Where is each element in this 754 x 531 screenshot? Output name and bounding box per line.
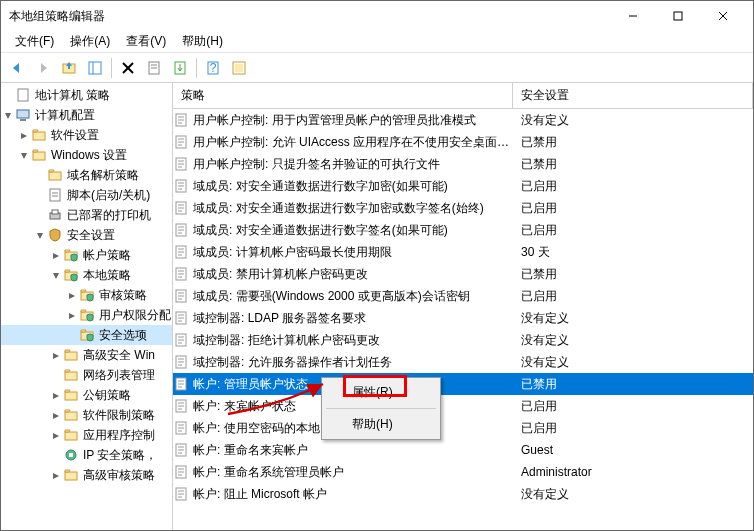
tree-node-label: 域名解析策略 — [65, 167, 139, 184]
help-button[interactable]: ? — [201, 56, 225, 80]
policy-name: 域成员: 对安全通道数据进行数字签名(如果可能) — [193, 222, 513, 239]
svg-rect-21 — [33, 152, 45, 160]
tree-toggle-icon[interactable]: ▸ — [65, 288, 79, 302]
list-row[interactable]: 域成员: 对安全通道数据进行数字签名(如果可能)已启用 — [173, 219, 753, 241]
tree-node[interactable]: 已部署的打印机 — [1, 205, 172, 225]
tree-toggle-icon[interactable]: ▸ — [49, 428, 63, 442]
policy-setting: Administrator — [513, 465, 753, 479]
tree-toggle-icon[interactable]: ▸ — [49, 408, 63, 422]
policy-name: 用户帐户控制: 只提升签名并验证的可执行文件 — [193, 156, 513, 173]
policy-icon — [173, 244, 193, 260]
list-row[interactable]: 域控制器: 允许服务器操作者计划任务没有定义 — [173, 351, 753, 373]
tree-node[interactable]: ▸高级审核策略 — [1, 465, 172, 485]
window-controls — [610, 1, 745, 31]
tree-node[interactable]: ▾Windows 设置 — [1, 145, 172, 165]
tree-toggle-icon[interactable]: ▾ — [33, 228, 47, 242]
list-row[interactable]: 域成员: 对安全通道数据进行数字加密或数字签名(始终)已启用 — [173, 197, 753, 219]
list-row[interactable]: 域成员: 对安全通道数据进行数字加密(如果可能)已启用 — [173, 175, 753, 197]
tree-node[interactable]: ▸软件限制策略 — [1, 405, 172, 425]
svg-rect-35 — [65, 392, 77, 400]
column-policy[interactable]: 策略 — [173, 83, 513, 108]
refresh-button[interactable] — [227, 56, 251, 80]
column-setting[interactable]: 安全设置 — [513, 83, 753, 108]
tree-node[interactable]: ▾安全设置 — [1, 225, 172, 245]
list-row[interactable]: 帐户: 来宾帐户状态已启用 — [173, 395, 753, 417]
tree-node[interactable]: ▸应用程序控制 — [1, 425, 172, 445]
menu-bar: 文件(F) 操作(A) 查看(V) 帮助(H) — [1, 31, 753, 53]
policy-setting: 没有定义 — [513, 112, 753, 129]
policy-icon — [173, 420, 193, 436]
tree-node[interactable]: ▸帐户策略 — [1, 245, 172, 265]
list-row[interactable]: 用户帐户控制: 只提升签名并验证的可执行文件已禁用 — [173, 153, 753, 175]
menu-help[interactable]: 帮助(H) — [174, 31, 231, 52]
list-row[interactable]: 帐户: 重命名来宾帐户Guest — [173, 439, 753, 461]
maximize-button[interactable] — [655, 1, 700, 31]
tree-node[interactable]: ▾计算机配置 — [1, 105, 172, 125]
list-row[interactable]: 帐户: 阻止 Microsoft 帐户没有定义 — [173, 483, 753, 505]
close-button[interactable] — [700, 1, 745, 31]
svg-rect-20 — [33, 132, 45, 140]
tree-toggle-icon[interactable]: ▸ — [17, 128, 31, 142]
list-pane[interactable]: 策略 安全设置 用户帐户控制: 用于内置管理员帐户的管理员批准模式没有定义用户帐… — [173, 83, 753, 530]
tree-node[interactable]: ▾本地策略 — [1, 265, 172, 285]
tree-node[interactable]: 地计算机 策略 — [1, 85, 172, 105]
tree-pane[interactable]: 地计算机 策略▾计算机配置▸软件设置▾Windows 设置域名解析策略脚本(启动… — [1, 83, 173, 530]
menu-action[interactable]: 操作(A) — [62, 31, 118, 52]
list-row[interactable]: 用户帐户控制: 用于内置管理员帐户的管理员批准模式没有定义 — [173, 109, 753, 131]
tree-node[interactable]: ▸高级安全 Win — [1, 345, 172, 365]
tree-node-label: 安全设置 — [65, 227, 115, 244]
tree-toggle-icon[interactable]: ▸ — [49, 388, 63, 402]
properties-button[interactable] — [142, 56, 166, 80]
menu-file[interactable]: 文件(F) — [7, 31, 62, 52]
svg-rect-33 — [65, 352, 77, 360]
tree-toggle-button[interactable] — [83, 56, 107, 80]
policy-setting: 已启用 — [513, 222, 753, 239]
tree-node[interactable]: ▸审核策略 — [1, 285, 172, 305]
folder-icon — [63, 387, 81, 403]
list-row[interactable]: 用户帐户控制: 允许 UIAccess 应用程序在不使用安全桌面…已禁用 — [173, 131, 753, 153]
list-row[interactable]: 域成员: 需要强(Windows 2000 或更高版本)会话密钥已启用 — [173, 285, 753, 307]
delete-button[interactable] — [116, 56, 140, 80]
tree-toggle-icon[interactable]: ▸ — [49, 468, 63, 482]
tree-toggle-icon[interactable]: ▾ — [49, 268, 63, 282]
list-row[interactable]: 帐户: 使用空密码的本地…已启用 — [173, 417, 753, 439]
tree-node[interactable]: IP 安全策略， — [1, 445, 172, 465]
tree-toggle-icon[interactable]: ▾ — [17, 148, 31, 162]
tree-node[interactable]: 网络列表管理 — [1, 365, 172, 385]
svg-rect-5 — [89, 62, 101, 74]
tree-toggle-icon[interactable]: ▸ — [49, 248, 63, 262]
tree-node[interactable]: 脚本(启动/关机) — [1, 185, 172, 205]
title-bar: 本地组策略编辑器 — [1, 1, 753, 31]
minimize-button[interactable] — [610, 1, 655, 31]
list-row[interactable]: 帐户: 管理员帐户状态已禁用 — [173, 373, 753, 395]
list-row[interactable]: 域控制器: 拒绝计算机帐户密码更改没有定义 — [173, 329, 753, 351]
folder-icon — [63, 367, 81, 383]
up-button[interactable] — [57, 56, 81, 80]
tree-node[interactable]: ▸公钥策略 — [1, 385, 172, 405]
tree-node[interactable]: 安全选项 — [1, 325, 172, 345]
tree-toggle-icon[interactable]: ▾ — [1, 108, 15, 122]
svg-rect-23 — [50, 189, 60, 201]
export-button[interactable] — [168, 56, 192, 80]
shield-icon — [47, 227, 65, 243]
context-menu-properties[interactable]: 属性(R) — [324, 380, 438, 405]
tree-toggle-icon[interactable]: ▸ — [65, 308, 79, 322]
tree-node-label: 软件限制策略 — [81, 407, 155, 424]
back-button[interactable] — [5, 56, 29, 80]
forward-button[interactable] — [31, 56, 55, 80]
list-row[interactable]: 域成员: 计算机帐户密码最长使用期限30 天 — [173, 241, 753, 263]
policy-icon — [173, 200, 193, 216]
policy-icon — [173, 310, 193, 326]
context-menu-help[interactable]: 帮助(H) — [324, 412, 438, 437]
tree-node[interactable]: 域名解析策略 — [1, 165, 172, 185]
list-row[interactable]: 域成员: 禁用计算机帐户密码更改已禁用 — [173, 263, 753, 285]
list-row[interactable]: 帐户: 重命名系统管理员帐户Administrator — [173, 461, 753, 483]
menu-view[interactable]: 查看(V) — [118, 31, 174, 52]
tree-toggle-icon[interactable]: ▸ — [49, 348, 63, 362]
tree-node[interactable]: ▸用户权限分配 — [1, 305, 172, 325]
tree-node[interactable]: ▸软件设置 — [1, 125, 172, 145]
list-row[interactable]: 域控制器: LDAP 服务器签名要求没有定义 — [173, 307, 753, 329]
computer-icon — [15, 107, 33, 123]
tree-node-label: 安全选项 — [97, 327, 147, 344]
policy-setting: 已启用 — [513, 420, 753, 437]
